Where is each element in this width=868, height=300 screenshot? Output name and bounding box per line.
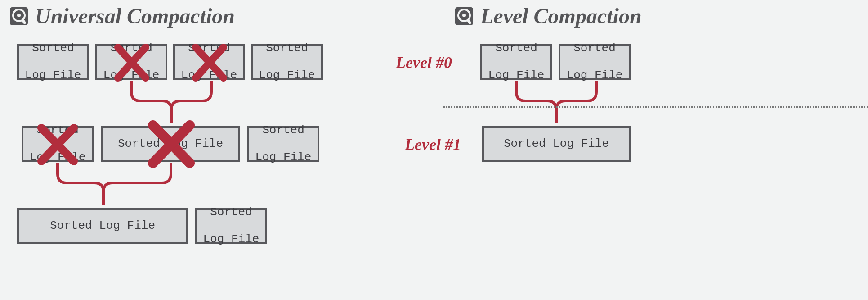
file-label-line1: Sorted: [30, 124, 86, 137]
file-label-line2: Log File: [488, 69, 545, 82]
file-box: Sorted Log File: [17, 208, 188, 244]
file-box: SortedLog File: [95, 44, 167, 80]
file-box: SortedLog File: [195, 208, 267, 244]
title-universal: Universal Compaction: [9, 4, 235, 28]
file-box: SortedLog File: [480, 44, 552, 80]
merge-bracket: [104, 81, 238, 123]
file-box: SortedLog File: [17, 44, 89, 80]
file-box: Sorted Log File: [482, 126, 631, 162]
file-box: SortedLog File: [251, 44, 323, 80]
merge-bracket: [489, 81, 623, 123]
file-label-line2: Log File: [567, 69, 623, 82]
file-label-line1: Sorted: [203, 206, 260, 219]
disk-icon: [454, 6, 474, 26]
svg-point-2: [17, 14, 21, 17]
file-label: Sorted Log File: [504, 137, 609, 151]
file-label-line2: Log File: [103, 69, 160, 82]
file-label-line1: Sorted: [181, 42, 237, 55]
disk-icon: [9, 6, 29, 26]
file-label-line2: Log File: [30, 151, 86, 164]
file-box: Sorted Log File: [101, 126, 240, 162]
file-box: SortedLog File: [22, 126, 94, 162]
title-level: Level Compaction: [454, 4, 642, 28]
file-box: SortedLog File: [247, 126, 319, 162]
file-label: Sorted Log File: [118, 137, 223, 151]
file-label: Sorted Log File: [50, 219, 155, 233]
level-0-label: Level #0: [396, 53, 452, 72]
file-label-line1: Sorted: [255, 124, 312, 137]
file-label-line1: Sorted: [567, 42, 623, 55]
file-label-line2: Log File: [255, 151, 312, 164]
file-label-line1: Sorted: [103, 42, 160, 55]
title-level-text: Level Compaction: [480, 4, 642, 28]
file-label-line1: Sorted: [488, 42, 545, 55]
merge-bracket: [31, 163, 180, 205]
diagram-root: Universal Compaction Level Compaction So…: [0, 0, 868, 300]
file-label-line1: Sorted: [25, 42, 81, 55]
title-universal-text: Universal Compaction: [35, 4, 235, 28]
level-1-label: Level #1: [405, 135, 461, 154]
file-box: SortedLog File: [173, 44, 245, 80]
level-divider: [443, 106, 868, 108]
svg-point-6: [462, 14, 466, 17]
file-box: SortedLog File: [559, 44, 631, 80]
file-label-line1: Sorted: [259, 42, 315, 55]
file-label-line2: Log File: [203, 233, 260, 246]
file-label-line2: Log File: [25, 69, 81, 82]
file-label-line2: Log File: [259, 69, 315, 82]
file-label-line2: Log File: [181, 69, 237, 82]
